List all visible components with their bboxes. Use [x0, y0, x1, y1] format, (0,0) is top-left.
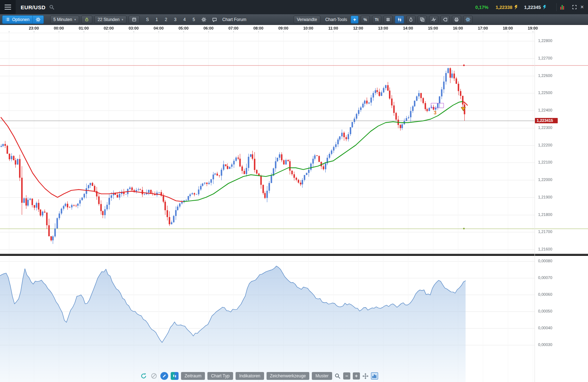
layout-button-3[interactable]: 3: [172, 16, 179, 24]
sell-price[interactable]: 1,22338: [496, 5, 512, 10]
time-axis-label: 23:00: [25, 26, 43, 30]
zoom-mode-button[interactable]: [335, 373, 341, 379]
chart-tools-label: Chart-Tools: [325, 17, 347, 22]
candle-type-button[interactable]: [395, 16, 404, 24]
options-settings-button[interactable]: [32, 16, 43, 24]
time-axis-label: 12:00: [349, 26, 367, 30]
print-button[interactable]: [452, 16, 461, 24]
annotation-number[interactable]: 3: [434, 110, 437, 115]
chart-forum-label[interactable]: Chart Forum: [222, 17, 246, 22]
chevron-down-icon: ▾: [122, 18, 123, 21]
pulse-icon: [431, 17, 436, 22]
time-axis-label: 02:00: [100, 26, 118, 30]
buy-flash-icon: [543, 5, 546, 10]
settings-gear-button[interactable]: [200, 16, 208, 24]
time-axis-label: 16:00: [449, 26, 467, 30]
chart-type-button[interactable]: Chart Typ: [207, 372, 233, 380]
time-axis-label: 05:00: [175, 26, 192, 30]
expand-icon[interactable]: [572, 5, 577, 10]
chevron-down-icon: ▾: [74, 18, 76, 21]
zoom-out-button[interactable]: −: [343, 372, 350, 380]
search-icon[interactable]: [49, 5, 55, 10]
mini-chart-icon[interactable]: [560, 5, 564, 10]
buy-price[interactable]: 1,22345: [524, 5, 541, 10]
calendar-button[interactable]: [129, 16, 140, 24]
indicators-button[interactable]: Indikatoren: [236, 372, 264, 380]
chart-settings-button[interactable]: [463, 16, 473, 24]
hamburger-menu-button[interactable]: [0, 0, 16, 14]
price-axis-label: 1,21700: [538, 229, 552, 234]
options-label: Optionen: [12, 17, 30, 22]
drawing-tools-button[interactable]: Zeichenwerkzeuge: [267, 372, 310, 380]
zoom-in-button[interactable]: +: [353, 372, 360, 380]
session-button[interactable]: S: [144, 16, 151, 24]
window-titlebar: EUR/USD 0,17% 1,22338 1,22345 ×: [0, 0, 588, 14]
compare-button[interactable]: [418, 16, 427, 24]
range-dropdown[interactable]: 22 Stunden ▾: [94, 16, 127, 24]
instrument-title: EUR/USD: [21, 4, 46, 10]
price-axis-label: 1,22000: [538, 177, 552, 182]
price-axis-label: 1,22100: [538, 160, 552, 164]
time-range-button[interactable]: Zeitraum: [181, 372, 205, 380]
layout-button-5[interactable]: 5: [190, 16, 197, 24]
price-axis-label: 1,22200: [538, 143, 552, 147]
disable-tools-button[interactable]: [150, 372, 158, 380]
price-axis-label: 1,22800: [538, 38, 552, 43]
gear-icon: [201, 17, 206, 22]
options-button-group: Optionen: [2, 15, 44, 24]
time-axis-label: 15:00: [424, 26, 442, 30]
price-axis-label: 1,21800: [538, 212, 552, 217]
interval-dropdown[interactable]: 5 Minuten ▾: [50, 16, 79, 24]
price-axis-label: 1,22400: [538, 108, 552, 112]
chart-bottom-toolbar: Zeitraum Chart Typ Indikatoren Zeichenwe…: [140, 371, 378, 381]
refresh-button[interactable]: [140, 372, 148, 380]
lock-button[interactable]: [81, 16, 92, 24]
chart-forum-button[interactable]: [210, 16, 219, 24]
pan-button[interactable]: [362, 373, 368, 379]
price-axis-label: 1,22600: [538, 73, 552, 78]
add-chart-tool-button[interactable]: +: [351, 16, 359, 24]
bar-icon: [374, 375, 375, 378]
current-price-tag: 1,223415: [535, 118, 558, 123]
price-axis-label: 1,21600: [538, 247, 552, 251]
price-alert-button[interactable]: [440, 16, 450, 24]
draw-button[interactable]: [160, 372, 168, 380]
price-axis-label: 1,22500: [538, 91, 552, 95]
percent-scale-button[interactable]: %: [361, 16, 370, 24]
layout-button-4[interactable]: 4: [181, 16, 188, 24]
mini-view-button[interactable]: [371, 372, 378, 380]
grid-icon: [386, 17, 391, 22]
signals-button[interactable]: [429, 16, 438, 24]
tag-left-icon: [443, 17, 448, 22]
current-price-label: 1,223415: [537, 118, 553, 123]
indicator-button[interactable]: [406, 16, 416, 24]
droplet-icon: [408, 17, 413, 22]
text-annotation-button[interactable]: Tt: [372, 16, 381, 24]
price-axis-label: 1,21900: [538, 195, 552, 199]
patterns-button[interactable]: Muster: [312, 372, 332, 380]
options-button[interactable]: Optionen: [2, 16, 32, 24]
grid-toggle-button[interactable]: [383, 16, 393, 24]
time-axis-label: 01:00: [75, 26, 93, 30]
related-button[interactable]: Verwandte: [294, 16, 320, 24]
layout-button-1[interactable]: 1: [153, 16, 160, 24]
indicator-axis-label: 0,00040: [538, 326, 552, 330]
candles-icon: [397, 17, 402, 22]
price-chart-canvas[interactable]: [0, 0, 588, 382]
time-axis-label: 17:00: [474, 26, 492, 30]
calendar-icon: [132, 17, 136, 22]
close-icon[interactable]: ×: [581, 4, 584, 10]
gear-blue-icon: [465, 17, 470, 22]
chart-style-button[interactable]: [171, 372, 179, 380]
pencil-icon: [162, 374, 166, 378]
list-icon: [5, 17, 10, 22]
ban-icon: [151, 373, 157, 379]
speech-bubble-icon: [212, 17, 217, 22]
order-marker-icon[interactable]: [461, 107, 466, 111]
change-percent: 0,17%: [475, 5, 489, 10]
refresh-icon: [140, 373, 147, 379]
layout-button-2[interactable]: 2: [163, 16, 170, 24]
indicator-axis-label: 0,00080: [538, 259, 552, 263]
time-axis-label: 06:00: [200, 26, 217, 30]
time-axis-label: 04:00: [150, 26, 167, 30]
